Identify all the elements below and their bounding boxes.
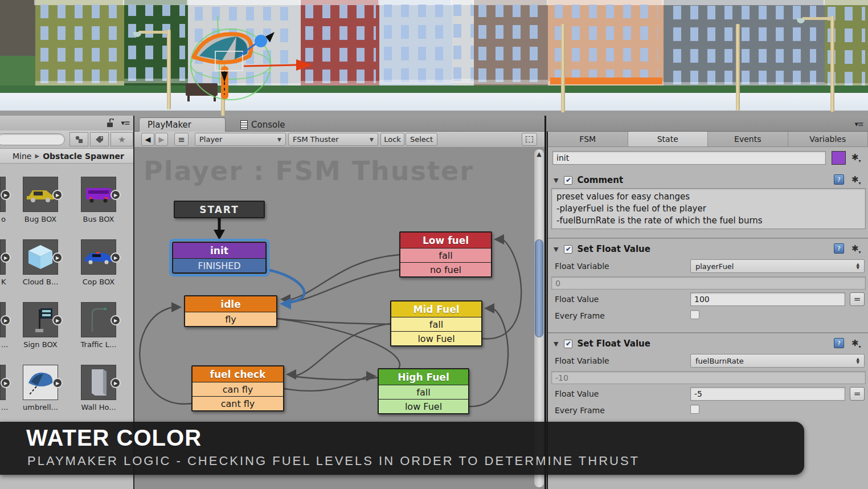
asset-item-clipped[interactable]: ▶ ... [0, 365, 7, 411]
asset-thumbnail[interactable]: ▶ [23, 365, 58, 400]
breadcrumb-current[interactable]: Obstacle Spawner [43, 152, 124, 161]
asset-play-icon[interactable]: ▶ [1, 315, 11, 325]
action-gear-icon[interactable]: ✱▾ [851, 243, 861, 255]
node-transition-row[interactable]: fall [400, 248, 491, 262]
minimap-toggle-button[interactable]: ·· [522, 133, 537, 146]
asset-item[interactable]: ▶ umbrell... [15, 365, 66, 411]
search-input[interactable] [0, 133, 65, 145]
node-transition-row[interactable]: FINISHED [173, 258, 265, 272]
float-value-input[interactable]: 100 [690, 292, 845, 306]
action-gear-icon[interactable]: ✱▾ [851, 338, 861, 349]
node-title[interactable]: START [175, 202, 264, 217]
comment-section-header[interactable]: ▼ ✔ Comment ? ✱▾ [548, 173, 868, 188]
inspector-tab-state[interactable]: State [628, 132, 709, 146]
panel-menu-icon[interactable]: ▾≡ [855, 120, 863, 128]
asset-play-icon[interactable]: ▶ [110, 252, 121, 263]
help-icon[interactable]: ? [834, 338, 844, 348]
fsm-node-lowfuel[interactable]: Low fuelfallno fuel [399, 231, 492, 278]
fsm-node-midfuel[interactable]: Mid Fuelfalllow Fuel [390, 300, 482, 347]
inspector-tab-fsm[interactable]: FSM [548, 132, 628, 146]
asset-item[interactable]: ▶ Sign BOX [15, 302, 66, 349]
lock-open-icon[interactable] [106, 119, 114, 128]
fsm-node-highfuel[interactable]: High Fuelfalllow Fuel [378, 368, 469, 414]
asset-item-clipped[interactable]: ▶ ... [0, 302, 7, 349]
tab-console[interactable]: Console [232, 117, 306, 132]
asset-play-icon[interactable]: ▶ [110, 190, 121, 200]
inspector-tab-events[interactable]: Events [708, 132, 788, 146]
every-frame-checkbox[interactable] [690, 310, 699, 319]
node-transition-row[interactable]: cant fly [193, 396, 283, 410]
set-float-1-header[interactable]: ▼ ✔ Set Float Value ? ✱▾ [548, 242, 868, 256]
node-transition-row[interactable]: fall [379, 385, 468, 399]
favorites-button[interactable]: ★ [110, 132, 133, 146]
asset-item[interactable]: ▶ Traffic L... [73, 302, 124, 349]
asset-thumbnail[interactable]: ▶ [23, 239, 58, 275]
player-object-gizmo[interactable] [182, 16, 313, 110]
action-enabled-checkbox[interactable]: ✔ [564, 245, 572, 254]
comment-textarea[interactable]: preset values for easy changes -playerFu… [551, 188, 866, 229]
help-icon[interactable]: ? [834, 243, 844, 254]
asset-play-icon[interactable]: ▶ [110, 315, 121, 325]
fsm-dropdown[interactable]: FSM Thuster▼ [288, 133, 378, 146]
asset-thumbnail[interactable]: ▶ [23, 302, 58, 337]
panel-menu-icon[interactable]: ▾≡ [121, 119, 130, 127]
asset-play-icon[interactable]: ▶ [52, 252, 63, 263]
gameobject-dropdown[interactable]: Player▼ [195, 133, 286, 146]
asset-item-clipped[interactable]: ▶ K [0, 239, 7, 286]
scroll-up-icon[interactable]: ▲ [534, 150, 544, 158]
node-title[interactable]: Low fuel [400, 233, 491, 248]
comment-enabled-checkbox[interactable]: ✔ [564, 176, 572, 185]
tab-playmaker[interactable]: PlayMaker [139, 117, 226, 132]
asset-item-clipped[interactable]: ▶ o [0, 177, 7, 223]
filter-label-button[interactable] [90, 132, 109, 146]
breadcrumb-root[interactable]: Mine [13, 152, 31, 161]
asset-play-icon[interactable]: ▶ [52, 378, 63, 388]
node-transition-row[interactable]: can fly [193, 382, 283, 396]
inspector-tab-variables[interactable]: Variables [788, 132, 868, 146]
node-transition-row[interactable]: fall [391, 317, 481, 331]
every-frame-checkbox[interactable] [690, 405, 699, 414]
asset-play-icon[interactable]: ▶ [1, 252, 11, 263]
equals-button[interactable]: = [850, 387, 865, 401]
set-float-2-header[interactable]: ▼ ✔ Set Float Value ? ✱▾ [548, 336, 868, 351]
fsm-node-init[interactable]: initFINISHED [172, 242, 267, 274]
disclosure-triangle-icon[interactable]: ▼ [554, 340, 558, 348]
asset-item[interactable]: ▶ Bug BOX [15, 177, 66, 223]
node-transition-row[interactable]: low Fuel [391, 331, 481, 345]
asset-thumbnail[interactable]: ▶ [81, 239, 116, 275]
node-title[interactable]: fuel check [193, 366, 283, 382]
equals-button[interactable]: = [850, 292, 865, 306]
asset-thumbnail[interactable]: ▶ [81, 177, 116, 212]
fsm-node-idle[interactable]: idlefly [184, 295, 277, 327]
fsm-node-start[interactable]: START [174, 201, 265, 218]
action-gear-icon[interactable]: ✱▾ [851, 174, 861, 186]
float-value-input[interactable]: -5 [690, 387, 845, 401]
disclosure-triangle-icon[interactable]: ▼ [554, 246, 558, 253]
state-name-input[interactable]: init [552, 151, 826, 165]
float-variable-dropdown[interactable]: playerFuel ▲▼ [690, 259, 865, 273]
breadcrumb[interactable]: Mine ▶ Obstacle Spawner [0, 149, 133, 164]
nav-back-button[interactable]: ◀ [141, 133, 154, 146]
asset-thumbnail[interactable]: ▶ [81, 365, 116, 400]
lock-button[interactable]: Lock [380, 133, 404, 146]
node-title[interactable]: High Fuel [379, 369, 468, 385]
graph-menu-button[interactable]: ≡ [174, 133, 189, 146]
node-transition-row[interactable]: no fuel [400, 262, 491, 276]
asset-thumbnail[interactable]: ▶ [23, 177, 58, 212]
help-icon[interactable]: ? [834, 174, 844, 185]
select-button[interactable]: Select [406, 133, 437, 146]
asset-play-icon[interactable]: ▶ [110, 378, 121, 388]
state-color-swatch[interactable] [832, 151, 846, 165]
fsm-node-fuelcheck[interactable]: fuel checkcan flycant fly [191, 365, 284, 411]
asset-item[interactable]: ▶ Cop BOX [73, 239, 124, 286]
disclosure-triangle-icon[interactable]: ▼ [554, 177, 558, 184]
state-settings-gear-icon[interactable]: ✱▾ [851, 152, 861, 164]
asset-play-icon[interactable]: ▶ [52, 190, 63, 200]
node-title[interactable]: idle [185, 296, 276, 312]
asset-play-icon[interactable]: ▶ [1, 190, 11, 200]
action-enabled-checkbox[interactable]: ✔ [564, 340, 572, 348]
asset-play-icon[interactable]: ▶ [52, 315, 63, 325]
filter-type-button[interactable] [69, 132, 88, 146]
asset-item[interactable]: ▶ Cloud B... [15, 239, 66, 286]
asset-thumbnail[interactable]: ▶ [81, 302, 116, 337]
